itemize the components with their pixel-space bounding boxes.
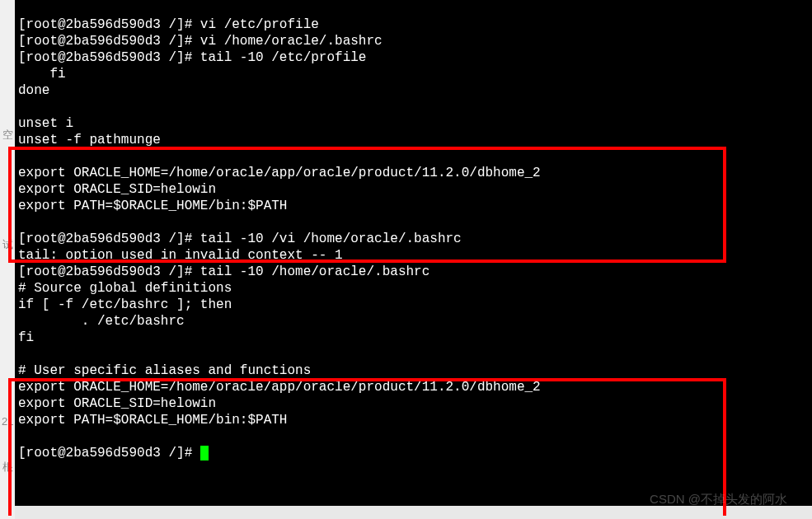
- terminal-line: done: [18, 83, 49, 98]
- terminal-line: tail: option used in invalid context -- …: [18, 248, 343, 263]
- terminal-line: unset -f pathmunge: [18, 133, 161, 147]
- terminal-line: unset i: [18, 116, 73, 131]
- terminal-line: [root@2ba596d590d3 /]# tail -10 /vi /hom…: [18, 231, 462, 246]
- terminal-line: fi: [18, 330, 34, 345]
- terminal-line: [root@2ba596d590d3 /]# vi /etc/profile: [18, 17, 319, 32]
- prompt: [root@2ba596d590d3 /]#: [18, 446, 200, 461]
- terminal-line: export ORACLE_SID=helowin: [18, 182, 216, 197]
- margin-char: 空: [2, 128, 13, 143]
- margin-char: 试: [2, 237, 13, 252]
- terminal-line: # User specific aliases and functions: [18, 363, 311, 378]
- terminal-line: if [ -f /etc/bashrc ]; then: [18, 297, 232, 312]
- terminal-line: # Source global definitions: [18, 281, 232, 296]
- cursor-block: [200, 446, 209, 461]
- terminal-window[interactable]: [root@2ba596d590d3 /]# vi /etc/profile […: [15, 0, 812, 506]
- terminal-line: export PATH=$ORACLE_HOME/bin:$PATH: [18, 413, 287, 428]
- terminal-line: . /etc/bashrc: [18, 314, 185, 329]
- terminal-line: export PATH=$ORACLE_HOME/bin:$PATH: [18, 199, 287, 213]
- margin-char: 21: [2, 415, 13, 428]
- terminal-line: export ORACLE_SID=helowin: [18, 396, 216, 411]
- editor-left-margin: 空 试 21 根: [0, 0, 15, 519]
- terminal-line: [root@2ba596d590d3 /]# tail -10 /etc/pro…: [18, 50, 366, 65]
- margin-char: 根: [2, 460, 13, 475]
- terminal-line: fi: [18, 67, 66, 82]
- terminal-line: [root@2ba596d590d3 /]# vi /home/oracle/.…: [18, 34, 383, 49]
- terminal-line: export ORACLE_HOME=/home/oracle/app/orac…: [18, 380, 541, 395]
- terminal-line: [root@2ba596d590d3 /]# tail -10 /home/or…: [18, 264, 429, 279]
- terminal-line: export ORACLE_HOME=/home/oracle/app/orac…: [18, 166, 541, 180]
- watermark-text: CSDN @不掉头发的阿水: [650, 492, 787, 507]
